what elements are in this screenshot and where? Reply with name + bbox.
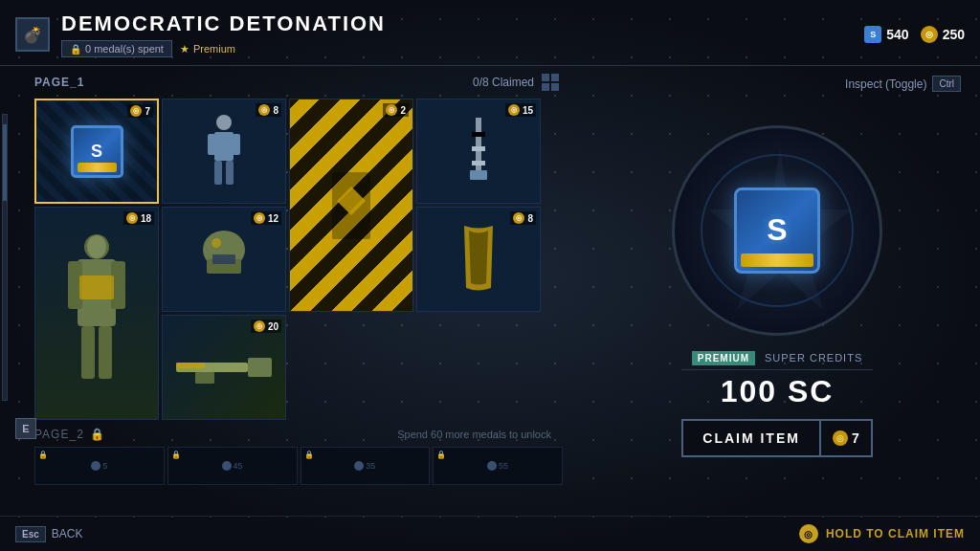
- page2-label: PAGE_2: [34, 428, 84, 441]
- star-icon: ★: [180, 43, 189, 55]
- page1-header: PAGE_1 0/8 Claimed: [34, 74, 574, 91]
- weapon-svg: [171, 343, 277, 391]
- svg-rect-2: [208, 134, 215, 155]
- medal-icon: ◎: [508, 104, 520, 116]
- medals-spent-badge: 🔒 0 medal(s) spent: [61, 40, 172, 57]
- title-icon: 💣: [15, 17, 50, 52]
- medal-icon-tiny: ◎: [91, 461, 100, 471]
- svg-rect-26: [248, 358, 272, 377]
- item-cell-1[interactable]: ◎ 7 S: [34, 99, 159, 204]
- armor-svg: [58, 228, 135, 400]
- page2-items: 🔒 ◎ 5 🔒 ◎ 45 🔒: [34, 447, 574, 485]
- claim-cost-number: 7: [852, 430, 859, 446]
- item-cell-3[interactable]: ◎ 2: [289, 99, 413, 312]
- page2-section: PAGE_2 🔒 Spend 60 more medals to unlock …: [34, 428, 574, 485]
- svg-rect-3: [233, 134, 240, 155]
- medals-display: ◎ 250: [921, 26, 965, 43]
- banner-svg: [323, 167, 380, 244]
- svg-rect-5: [226, 161, 234, 185]
- page2-item-2: 🔒 ◎ 45: [167, 447, 298, 485]
- medal-icon-tiny: ◎: [487, 461, 497, 471]
- svg-rect-23: [212, 254, 235, 264]
- svg-rect-18: [81, 326, 95, 379]
- claim-cost: ◎ 7: [821, 419, 873, 457]
- item-cost-6: ◎ 12: [251, 211, 281, 225]
- item-cell-7[interactable]: ◎ 8: [416, 207, 541, 312]
- helmet-svg: [195, 226, 253, 293]
- hold-to-claim: ◎ HOLD TO CLAIM ITEM: [799, 524, 965, 543]
- hold-icon: ◎: [799, 524, 818, 543]
- medal-icon-tiny: ◎: [354, 461, 364, 471]
- item-cost-7: ◎ 8: [510, 211, 536, 225]
- svg-point-14: [87, 235, 106, 258]
- ctrl-key-badge: Ctrl: [932, 76, 961, 92]
- premium-label: PREMIUM: [692, 351, 755, 365]
- claim-section: CLAIM ITEM ◎ 7: [681, 419, 872, 457]
- category-label: SUPER CREDITS: [765, 352, 862, 364]
- medal-icon: ◎: [386, 104, 397, 116]
- svg-rect-10: [472, 146, 485, 151]
- bottom-bar: Esc BACK ◎ HOLD TO CLAIM ITEM: [0, 516, 980, 551]
- medal-icon: ◎: [254, 320, 265, 332]
- page-title: DEMOCRATIC DETONATION: [61, 11, 386, 36]
- svg-rect-1: [214, 132, 234, 161]
- header-right: S 540 ◎ 250: [864, 26, 965, 43]
- medals-icon: ◎: [921, 26, 938, 43]
- esc-key-badge: Esc: [15, 526, 46, 542]
- cube-icon: S: [767, 212, 787, 248]
- medal-icon: ◎: [513, 212, 524, 224]
- grid-view-icon[interactable]: [542, 74, 559, 91]
- svg-rect-11: [472, 161, 485, 165]
- svg-rect-20: [79, 276, 114, 299]
- item-price: 100 SC: [681, 374, 872, 409]
- inspect-toggle: Inspect (Toggle) Ctrl: [845, 76, 961, 92]
- item-visual-5: [35, 208, 158, 419]
- scroll-bar[interactable]: [2, 114, 8, 401]
- page1-section: PAGE_1 0/8 Claimed: [34, 74, 574, 420]
- page2-lock-icon: 🔒: [90, 428, 104, 441]
- medal-icon: ◎: [126, 212, 138, 224]
- item-cell-4[interactable]: ◎ 15: [416, 99, 541, 204]
- item-cost-3: ◎ 2: [383, 103, 409, 117]
- page2-unlock-text: Spend 60 more medals to unlock: [397, 429, 563, 440]
- page2-item-1: 🔒 ◎ 5: [34, 447, 165, 485]
- item-cost-1: ◎ 7: [127, 104, 153, 118]
- page2-item-3: 🔒 ◎ 35: [301, 447, 431, 485]
- cape-svg: [455, 221, 502, 298]
- claim-item-button[interactable]: CLAIM ITEM: [681, 419, 821, 457]
- back-button[interactable]: Esc BACK: [15, 526, 82, 542]
- medal-icon: ◎: [833, 430, 848, 446]
- divider: [681, 369, 872, 370]
- svg-rect-12: [470, 170, 487, 180]
- medal-icon: ◎: [254, 212, 265, 224]
- lock-icon: 🔒: [70, 44, 81, 55]
- super-credits-icon: S: [864, 26, 881, 43]
- medal-icon: ◎: [258, 104, 270, 116]
- item-cell-2[interactable]: ◎ 8: [162, 99, 286, 204]
- e-button[interactable]: E: [15, 418, 36, 439]
- item-cost-5: ◎ 18: [123, 211, 154, 225]
- svg-point-0: [216, 115, 232, 130]
- medal-icon: ◎: [130, 105, 142, 117]
- header-badges: 🔒 0 medal(s) spent ★ Premium: [61, 40, 386, 57]
- content-area: PAGE_1 0/8 Claimed: [0, 66, 980, 516]
- item-cell-6[interactable]: ◎ 12: [162, 207, 286, 312]
- svg-rect-4: [214, 161, 222, 185]
- svg-rect-28: [176, 363, 205, 368]
- item-cell-8[interactable]: ◎ 20: [162, 315, 286, 420]
- header-left: 💣 DEMOCRATIC DETONATION 🔒 0 medal(s) spe…: [15, 11, 386, 57]
- svg-rect-19: [99, 326, 112, 379]
- super-credits-display: S 540: [864, 26, 908, 43]
- item-cost-8: ◎ 20: [251, 320, 281, 333]
- svg-rect-27: [195, 372, 214, 384]
- cube-gold-bar: [741, 253, 813, 267]
- item-cell-5[interactable]: ◎ 18: [34, 207, 159, 420]
- right-panel: Inspect (Toggle) Ctrl S: [574, 66, 980, 516]
- svg-point-24: [212, 238, 221, 248]
- header: 💣 DEMOCRATIC DETONATION 🔒 0 medal(s) spe…: [0, 0, 980, 66]
- preview-item: S: [734, 187, 820, 274]
- left-panel: PAGE_1 0/8 Claimed: [0, 66, 574, 516]
- item-info: PREMIUM SUPER CREDITS 100 SC CLAIM ITEM …: [681, 351, 872, 457]
- tower-svg: [464, 113, 493, 189]
- page2-item-4: 🔒 ◎ 55: [433, 447, 563, 485]
